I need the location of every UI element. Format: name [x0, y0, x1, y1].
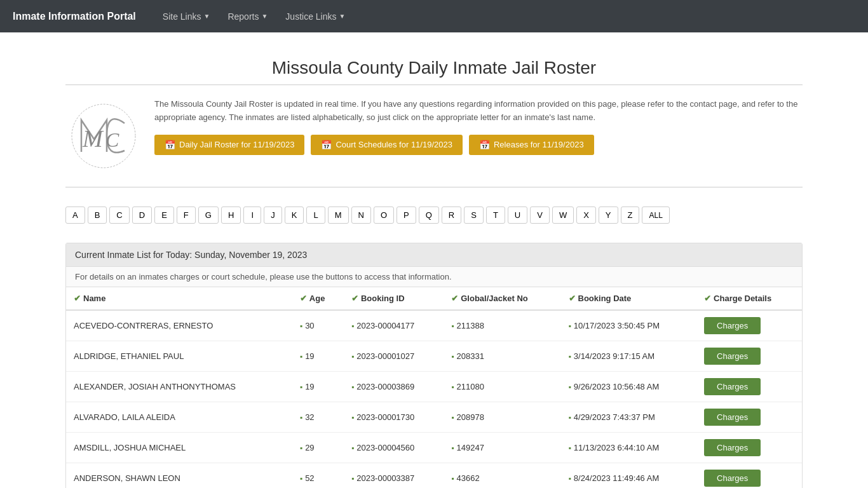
cell-age-icon: ▪	[300, 352, 302, 361]
cell-name: ALEXANDER, JOSIAH ANTHONYTHOMAS	[66, 372, 292, 402]
navbar: Inmate Information Portal Site Links ▼ R…	[0, 0, 868, 32]
cell-charge-details: Charges	[696, 341, 802, 372]
cell-global-jacket-icon: ▪	[451, 383, 454, 391]
table-row: ANDERSON, SHAWN LEON▪52▪2023-00003387▪43…	[66, 463, 802, 489]
section-divider	[65, 187, 803, 187]
logo-container: M C	[65, 98, 142, 174]
cell-booking-id-icon: ▪	[351, 352, 354, 361]
cell-booking-date-icon: ▪	[569, 352, 571, 361]
cell-booking-id: ▪2023-00004177	[344, 310, 444, 341]
cell-booking-date: ▪9/26/2023 10:56:48 AM	[561, 372, 697, 402]
cell-booking-date: ▪11/13/2023 6:44:10 AM	[561, 433, 697, 463]
cell-booking-id-icon: ▪	[351, 474, 354, 483]
cell-global-jacket: ▪211080	[444, 372, 560, 402]
daily-roster-button[interactable]: 📅 Daily Jail Roster for 11/19/2023	[154, 135, 304, 155]
col-booking-id: ✔Booking ID	[344, 287, 444, 310]
alpha-btn-y[interactable]: Y	[599, 207, 618, 224]
daily-roster-label: Daily Jail Roster for 11/19/2023	[179, 140, 294, 149]
cell-name: ALDRIDGE, ETHANIEL PAUL	[66, 341, 292, 372]
cell-age: ▪19	[292, 341, 344, 372]
cell-charge-details: Charges	[696, 372, 802, 402]
alpha-btn-b[interactable]: B	[88, 207, 107, 224]
cell-booking-date-icon: ▪	[569, 444, 571, 452]
cell-global-jacket-icon: ▪	[451, 474, 454, 483]
cell-name: ANDERSON, SHAWN LEON	[66, 463, 292, 489]
alpha-btn-v[interactable]: V	[530, 207, 550, 224]
alpha-btn-s[interactable]: S	[464, 207, 484, 224]
nav-justice-links[interactable]: Justice Links ▼	[278, 8, 353, 25]
calendar-icon-1: 📅	[165, 140, 175, 150]
col-name-icon: ✔	[74, 294, 81, 303]
alpha-btn-j[interactable]: J	[264, 207, 282, 224]
cell-booking-date: ▪10/17/2023 3:50:45 PM	[561, 310, 697, 341]
alpha-btn-f[interactable]: F	[177, 207, 196, 224]
col-charge-details: ✔Charge Details	[696, 287, 802, 310]
charges-button[interactable]: Charges	[704, 470, 761, 487]
cell-charge-details: Charges	[696, 463, 802, 489]
calendar-icon-3: 📅	[479, 140, 490, 150]
cell-booking-date-icon: ▪	[569, 322, 571, 330]
inmates-tbody: ACEVEDO-CONTRERAS, ERNESTO▪30▪2023-00004…	[66, 310, 802, 488]
cell-age: ▪32	[292, 402, 344, 433]
svg-text:M: M	[82, 125, 104, 152]
alpha-btn-all[interactable]: ALL	[642, 207, 669, 224]
mc-logo: M C	[69, 101, 139, 171]
charges-button[interactable]: Charges	[704, 378, 761, 395]
col-booking-date: ✔Booking Date	[561, 287, 697, 310]
nav-site-links[interactable]: Site Links ▼	[155, 8, 218, 25]
cell-charge-details: Charges	[696, 402, 802, 433]
alpha-btn-e[interactable]: E	[154, 207, 174, 224]
alpha-btn-a[interactable]: A	[65, 207, 85, 224]
cell-booking-id-icon: ▪	[351, 322, 354, 330]
alpha-btn-m[interactable]: M	[328, 207, 349, 224]
charges-button[interactable]: Charges	[704, 348, 761, 365]
table-row: ALEXANDER, JOSIAH ANTHONYTHOMAS▪19▪2023-…	[66, 372, 802, 402]
alpha-btn-x[interactable]: X	[576, 207, 596, 224]
table-row: ALVARADO, LAILA ALEIDA▪32▪2023-00001730▪…	[66, 402, 802, 433]
table-row: ALDRIDGE, ETHANIEL PAUL▪19▪2023-00001027…	[66, 341, 802, 372]
alpha-btn-t[interactable]: T	[486, 207, 505, 224]
alpha-btn-g[interactable]: G	[198, 207, 219, 224]
title-divider	[65, 85, 803, 85]
alpha-btn-q[interactable]: Q	[419, 207, 439, 224]
cell-booking-id: ▪2023-00003869	[344, 372, 444, 402]
alpha-btn-h[interactable]: H	[221, 207, 241, 224]
alpha-btn-u[interactable]: U	[508, 207, 527, 224]
justice-links-label: Justice Links	[285, 11, 336, 22]
alphabet-nav: ABCDEFGHIJKLMNOPQRSTUVWXYZALL	[65, 200, 803, 230]
alpha-btn-p[interactable]: P	[397, 207, 416, 224]
alpha-btn-c[interactable]: C	[109, 207, 129, 224]
cell-global-jacket: ▪211388	[444, 310, 560, 341]
alpha-btn-z[interactable]: Z	[621, 207, 640, 224]
alpha-btn-i[interactable]: I	[243, 207, 261, 224]
cell-age-icon: ▪	[300, 474, 302, 483]
alpha-btn-d[interactable]: D	[132, 207, 152, 224]
main-container: Missoula County Daily Inmate Jail Roster…	[53, 32, 815, 488]
page-title: Missoula County Daily Inmate Jail Roster	[65, 58, 803, 78]
charges-button[interactable]: Charges	[704, 409, 761, 426]
alpha-btn-k[interactable]: K	[285, 207, 304, 224]
cell-global-jacket: ▪208978	[444, 402, 560, 433]
alpha-btn-n[interactable]: N	[351, 207, 371, 224]
cell-booking-date-icon: ▪	[569, 383, 571, 391]
svg-text:C: C	[105, 128, 119, 151]
alpha-btn-r[interactable]: R	[442, 207, 461, 224]
alpha-btn-l[interactable]: L	[306, 207, 325, 224]
site-links-label: Site Links	[163, 11, 201, 22]
court-schedules-button[interactable]: 📅 Court Schedules for 11/19/2023	[311, 135, 463, 155]
table-row: AMSDILL, JOSHUA MICHAEL▪29▪2023-00004560…	[66, 433, 802, 463]
cell-booking-date-icon: ▪	[569, 413, 571, 422]
releases-button[interactable]: 📅 Releases for 11/19/2023	[469, 135, 594, 155]
nav-reports[interactable]: Reports ▼	[220, 8, 275, 25]
charges-button[interactable]: Charges	[704, 439, 761, 456]
charges-button[interactable]: Charges	[704, 317, 761, 334]
alpha-btn-w[interactable]: W	[552, 207, 574, 224]
cell-global-jacket: ▪149247	[444, 433, 560, 463]
cell-global-jacket-icon: ▪	[451, 413, 454, 422]
cell-age: ▪19	[292, 372, 344, 402]
reports-caret-icon: ▼	[261, 13, 268, 20]
nav-links: Site Links ▼ Reports ▼ Justice Links ▼	[155, 8, 353, 25]
info-text-area: The Missoula County Jail Roster is updat…	[154, 98, 803, 155]
cell-age: ▪52	[292, 463, 344, 489]
alpha-btn-o[interactable]: O	[374, 207, 394, 224]
